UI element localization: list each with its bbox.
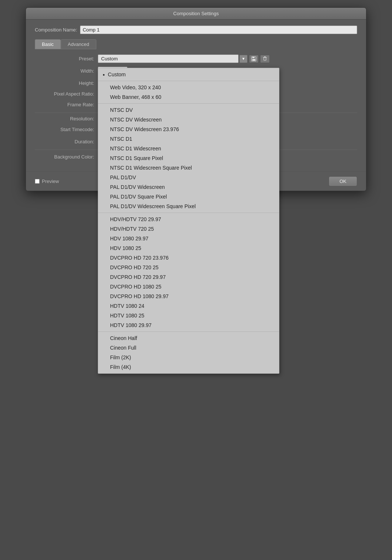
dropdown-item-ntsc-d1-sq[interactable]: NTSC D1 Square Pixel: [98, 153, 279, 163]
dropdown-item-cineon-half[interactable]: Cineon Half: [98, 333, 279, 343]
dropdown-section-hdv: HDV/HDTV 720 29.97 HDV/HDTV 720 25 HDV 1…: [98, 213, 279, 332]
preview-checkbox[interactable]: [35, 179, 40, 184]
frame-rate-label: Frame Rate:: [35, 102, 94, 107]
svg-rect-2: [252, 59, 255, 61]
preset-label: Preset:: [35, 56, 94, 61]
dropdown-item-ntsc-d1-ws[interactable]: NTSC D1 Widescreen: [98, 144, 279, 153]
dropdown-item-label: Custom: [108, 71, 126, 77]
form-area: Preset: Custom ▼: [35, 54, 357, 160]
preset-dropdown-arrow[interactable]: ▼: [239, 55, 248, 63]
tabs-row: Basic Advanced: [35, 39, 357, 49]
start-timecode-label: Start Timecode:: [35, 127, 94, 132]
dropdown-item-web-video[interactable]: Web Video, 320 x 240: [98, 83, 279, 92]
dropdown-item-dvcpro-720-25[interactable]: DVCPRO HD 720 25: [98, 263, 279, 272]
tab-basic[interactable]: Basic: [35, 39, 61, 49]
dropdown-item-pal-d1-sq[interactable]: PAL D1/DV Square Pixel: [98, 192, 279, 201]
comp-name-label: Composition Name:: [35, 27, 77, 33]
svg-rect-1: [252, 57, 255, 58]
dropdown-item-ntsc-d1-ws-sq[interactable]: NTSC D1 Widescreen Square Pixel: [98, 163, 279, 173]
composition-settings-dialog: Composition Settings Composition Name: B…: [26, 7, 366, 191]
dropdown-item-label: Web Video, 320 x 240: [110, 84, 161, 90]
preset-select[interactable]: Custom: [98, 54, 239, 63]
preset-save-button[interactable]: [249, 55, 259, 63]
pixel-aspect-label: Pixel Aspect Ratio:: [35, 91, 94, 97]
dialog-titlebar: Composition Settings: [26, 8, 366, 20]
dropdown-section-ntsc-pal: NTSC DV NTSC DV Widescreen NTSC DV Wides…: [98, 104, 279, 213]
tab-advanced[interactable]: Advanced: [61, 39, 96, 49]
background-color-label: Background Color:: [35, 154, 94, 160]
ok-button[interactable]: OK: [329, 176, 357, 186]
comp-name-input[interactable]: [80, 26, 357, 34]
height-label: Height:: [35, 80, 94, 86]
dropdown-item-hdv-1080-25[interactable]: HDV 1080 25: [98, 243, 279, 253]
dropdown-item-ntsc-d1[interactable]: NTSC D1: [98, 134, 279, 144]
dropdown-item-ntsc-dv[interactable]: NTSC DV: [98, 105, 279, 115]
dropdown-item-dvcpro-1080-25[interactable]: DVCPRO HD 1080 25: [98, 282, 279, 291]
preset-delete-button[interactable]: [260, 55, 270, 63]
trash-icon: [262, 56, 268, 61]
dropdown-item-dvcpro-720-23[interactable]: DVCPRO HD 720 23.976: [98, 253, 279, 263]
dropdown-item-pal-d1-ws-sq[interactable]: PAL D1/DV Widescreen Square Pixel: [98, 201, 279, 211]
dropdown-item-label: Web Banner, 468 x 60: [110, 94, 161, 100]
preset-value: Custom: [101, 56, 118, 61]
dropdown-item-hdtv-1080-25[interactable]: HDTV 1080 25: [98, 311, 279, 320]
preset-row: Preset: Custom ▼: [35, 54, 357, 63]
dropdown-item-dvcpro-1080-2997[interactable]: DVCPRO HD 1080 29.97: [98, 291, 279, 301]
dropdown-item-ntsc-dv-ws[interactable]: NTSC DV Widescreen: [98, 115, 279, 124]
save-icon: [251, 56, 256, 61]
dropdown-section-custom: ● Custom: [98, 68, 279, 81]
duration-label: Duration:: [35, 139, 94, 144]
selected-bullet: ●: [103, 73, 105, 77]
comp-name-row: Composition Name:: [35, 26, 357, 34]
dropdown-section-film: Cineon Half Cineon Full Film (2K) Film (…: [98, 332, 279, 373]
dropdown-item-custom[interactable]: ● Custom: [98, 70, 279, 79]
dialog-title: Composition Settings: [173, 11, 219, 16]
dialog-content: Composition Name: Basic Advanced Preset:…: [26, 20, 366, 171]
dropdown-item-hdtv-1080-24[interactable]: HDTV 1080 24: [98, 301, 279, 311]
dropdown-item-pal-d1[interactable]: PAL D1/DV: [98, 173, 279, 182]
width-label: Width:: [35, 68, 94, 74]
dropdown-section-web: Web Video, 320 x 240 Web Banner, 468 x 6…: [98, 81, 279, 104]
dropdown-item-hdv-720-2997[interactable]: HDV/HDTV 720 29.97: [98, 214, 279, 224]
dropdown-item-web-banner[interactable]: Web Banner, 468 x 60: [98, 92, 279, 102]
dropdown-item-hdtv-1080-2997[interactable]: HDTV 1080 29.97: [98, 320, 279, 330]
preview-row: Preview: [35, 179, 59, 184]
preset-select-wrapper: Custom ▼: [98, 54, 270, 63]
dropdown-item-hdv-720-25[interactable]: HDV/HDTV 720 25: [98, 224, 279, 234]
dropdown-item-cineon-full[interactable]: Cineon Full: [98, 343, 279, 353]
resolution-label: Resolution:: [35, 116, 94, 121]
dropdown-item-film-4k[interactable]: Film (4K): [98, 362, 279, 372]
preset-dropdown[interactable]: ● Custom Web Video, 320 x 240 Web Banner…: [98, 68, 279, 374]
dropdown-item-film-2k[interactable]: Film (2K): [98, 353, 279, 362]
dropdown-item-pal-d1-ws[interactable]: PAL D1/DV Widescreen: [98, 182, 279, 192]
dropdown-item-hdv-1080-2997[interactable]: HDV 1080 29.97: [98, 234, 279, 243]
dropdown-item-dvcpro-720-2997[interactable]: DVCPRO HD 720 29.97: [98, 272, 279, 282]
preview-label: Preview: [42, 179, 59, 184]
svg-rect-3: [264, 57, 266, 60]
dropdown-item-ntsc-dv-ws-23[interactable]: NTSC DV Widescreen 23.976: [98, 124, 279, 134]
